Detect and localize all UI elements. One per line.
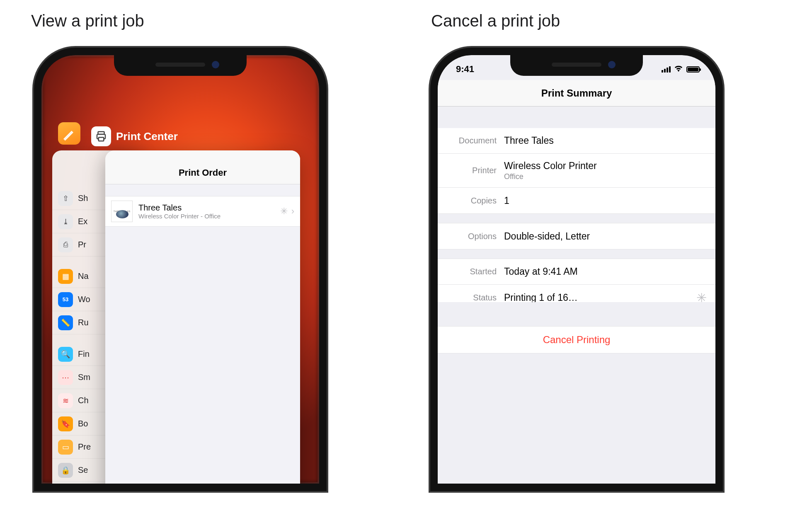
- change-icon: ≋: [58, 393, 73, 408]
- spinner-icon: [280, 207, 288, 215]
- mute-switch: [34, 126, 34, 144]
- value-options: Double-sided, Letter: [504, 231, 715, 242]
- ruler-icon: 📏: [58, 315, 73, 330]
- value-document: Three Tales: [504, 135, 715, 146]
- row-copies: Copies 1: [438, 188, 715, 213]
- phone-mockup-left: Print Center ⇧Sh⤓Ex⎙Pr▦Na53Wo📏Ru🔍Fin⋯Sm≋…: [34, 48, 327, 491]
- side-button: [326, 167, 327, 221]
- export-icon: ⤓: [58, 214, 73, 229]
- share-sheet-row-label: Ch: [78, 396, 89, 405]
- share-sheet-row-label: Sh: [78, 194, 88, 203]
- side-button: [722, 167, 723, 221]
- lock-icon: 🔒: [58, 463, 73, 478]
- chevron-right-icon: ›: [291, 206, 294, 217]
- wifi-icon: [674, 65, 683, 74]
- screen-right: 9:41 Print Summary Document Three Tales …: [438, 55, 715, 484]
- share-sheet-row-label: Bo: [78, 419, 88, 428]
- document-thumbnail: THREE TALES: [111, 201, 133, 222]
- notch: [114, 54, 247, 76]
- screen-background: [438, 353, 715, 484]
- section-title-view: View a print job: [31, 12, 144, 30]
- nav-bar-title: Print Summary: [438, 80, 715, 106]
- print-center-card[interactable]: Print Order THREE TALES Three Tales Wire…: [105, 150, 300, 484]
- battery-icon: [686, 66, 700, 73]
- calendar-icon: 53: [58, 292, 73, 307]
- spinner-icon: ✳: [696, 292, 707, 303]
- share-sheet-row-label: Fin: [78, 349, 90, 359]
- print-order-header: Print Order: [105, 150, 300, 184]
- label-copies: Copies: [438, 196, 504, 206]
- share-icon: ⇧: [58, 191, 73, 206]
- print-job-subtitle: Wireless Color Printer - Office: [138, 213, 280, 220]
- label-started: Started: [438, 267, 504, 276]
- row-document: Document Three Tales: [438, 128, 715, 154]
- volume-up-button: [34, 159, 34, 196]
- pages-app-icon[interactable]: [58, 122, 80, 145]
- section-gap: [438, 302, 715, 326]
- share-sheet-row-label: Se: [78, 465, 88, 475]
- row-printer: Printer Wireless Color Printer Office: [438, 154, 715, 188]
- section-gap: [438, 213, 715, 223]
- label-options: Options: [438, 232, 504, 241]
- notch: [510, 54, 643, 76]
- print-order-item[interactable]: THREE TALES Three Tales Wireless Color P…: [105, 196, 300, 227]
- app-switcher-card-title: Print Center: [91, 126, 178, 146]
- section-gap: [438, 249, 715, 259]
- label-printer: Printer: [438, 166, 504, 175]
- share-sheet-row-label: Pr: [78, 240, 86, 249]
- value-status: Printing 1 of 16…: [504, 292, 578, 303]
- bookmark-icon: 🔖: [58, 416, 73, 431]
- label-status: Status: [438, 293, 504, 303]
- label-document: Document: [438, 136, 504, 145]
- volume-up-button: [430, 159, 431, 196]
- row-options: Options Double-sided, Letter: [438, 223, 715, 249]
- doc-icon: ▦: [58, 269, 73, 284]
- volume-down-button: [34, 204, 34, 242]
- share-sheet-row-label: Ru: [78, 318, 89, 327]
- value-started: Today at 9:41 AM: [504, 266, 715, 277]
- print-center-app-icon: [91, 126, 111, 146]
- share-sheet-row-label: Ex: [78, 217, 87, 226]
- status-time: 9:41: [456, 64, 474, 75]
- mute-switch: [430, 126, 431, 144]
- present-icon: ▭: [58, 440, 73, 455]
- screen-left: Print Center ⇧Sh⤓Ex⎙Pr▦Na53Wo📏Ru🔍Fin⋯Sm≋…: [41, 55, 319, 484]
- cellular-signal-icon: [662, 66, 671, 73]
- share-sheet-row-label: Wo: [78, 295, 90, 304]
- value-printer-location: Office: [504, 172, 707, 181]
- search-icon: 🔍: [58, 347, 73, 362]
- share-sheet-row-label: Sm: [78, 373, 90, 382]
- print-job-title: Three Tales: [138, 203, 280, 213]
- smart-icon: ⋯: [58, 370, 73, 385]
- share-sheet-row-label: Pre: [78, 442, 91, 452]
- section-title-cancel: Cancel a print job: [431, 12, 560, 30]
- phone-mockup-right: 9:41 Print Summary Document Three Tales …: [430, 48, 723, 491]
- cancel-printing-button[interactable]: Cancel Printing: [438, 326, 715, 353]
- value-copies: 1: [504, 195, 715, 206]
- print-icon: ⎙: [58, 237, 73, 252]
- share-sheet-row-label: Na: [78, 271, 89, 281]
- row-started: Started Today at 9:41 AM: [438, 259, 715, 285]
- volume-down-button: [430, 204, 431, 242]
- print-summary-list: Document Three Tales Printer Wireless Co…: [438, 128, 715, 310]
- svg-rect-2: [99, 138, 104, 141]
- value-printer: Wireless Color Printer: [504, 160, 707, 172]
- print-center-title: Print Center: [116, 130, 178, 143]
